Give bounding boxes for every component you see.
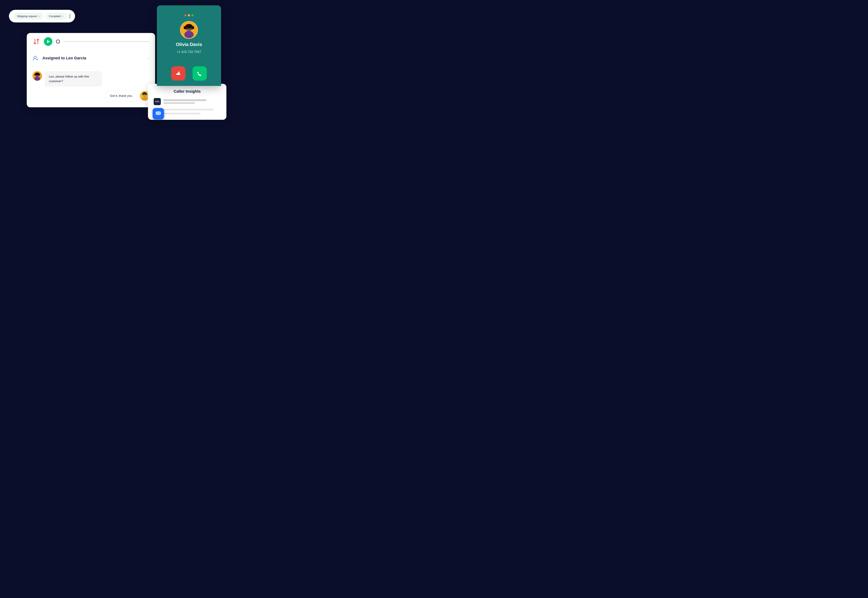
phone-call-card: Olivia Davis +1 415-732-7547 bbox=[157, 5, 221, 86]
sort-icon[interactable] bbox=[33, 37, 40, 45]
audio-row bbox=[27, 33, 155, 50]
tag-label: Shipping request bbox=[17, 15, 37, 18]
dot-yellow bbox=[188, 14, 190, 16]
message-from-man: Got it, thank you. bbox=[33, 90, 150, 102]
decline-call-button[interactable] bbox=[171, 66, 186, 81]
avatar-woman bbox=[33, 71, 42, 81]
dot-green bbox=[192, 14, 194, 16]
message-from-woman: Leo, please follow up with this customer… bbox=[33, 71, 150, 87]
svg-point-14 bbox=[142, 94, 144, 95]
tags-container: Shipping request × Complaint × bbox=[9, 10, 75, 22]
complaint-tag[interactable]: Complaint × bbox=[46, 13, 67, 19]
conversation-card: Assigned to Leo Garcia › bbox=[27, 33, 155, 107]
svg-rect-28 bbox=[158, 111, 159, 115]
insight-bar-medium bbox=[163, 102, 195, 104]
caller-name: Olivia Davis bbox=[176, 42, 202, 47]
message-text-2: Got it, thank you. bbox=[110, 94, 133, 97]
cursor-divider bbox=[70, 14, 70, 19]
audio-progress-bar[interactable] bbox=[63, 41, 150, 42]
chat-section: Leo, please follow up with this customer… bbox=[27, 66, 155, 107]
caller-phone: +1 415-732-7547 bbox=[177, 50, 201, 54]
insights-title: Caller Insights bbox=[154, 89, 221, 94]
chevron-right-icon: › bbox=[148, 56, 150, 60]
svg-point-18 bbox=[184, 31, 194, 38]
insight-row-1: CTG bbox=[154, 98, 221, 105]
ctg-label: CTG bbox=[155, 100, 159, 103]
svg-point-12 bbox=[142, 97, 147, 101]
insight-bar-long bbox=[163, 99, 207, 101]
play-button[interactable] bbox=[44, 37, 52, 46]
assignment-left: Assigned to Leo Garcia bbox=[33, 55, 86, 61]
intercom-icon bbox=[155, 111, 162, 117]
chat-bubble-right: Got it, thank you. bbox=[106, 90, 137, 102]
insight-bars-1 bbox=[163, 99, 221, 104]
caller-avatar bbox=[180, 21, 198, 39]
close-complaint-tag[interactable]: × bbox=[62, 15, 64, 18]
chat-bubble-left: Leo, please follow up with this customer… bbox=[45, 71, 102, 87]
svg-rect-26 bbox=[156, 112, 157, 115]
svg-rect-27 bbox=[157, 111, 157, 115]
assign-person-icon bbox=[33, 55, 39, 61]
sort-arrows-svg bbox=[33, 37, 40, 45]
ctg-logo: CTG bbox=[154, 98, 161, 105]
close-shipping-tag[interactable]: × bbox=[39, 15, 40, 18]
call-buttons bbox=[157, 61, 221, 86]
dot-red bbox=[184, 14, 187, 16]
decline-call-icon bbox=[175, 70, 182, 77]
record-icon bbox=[56, 40, 60, 43]
phone-card-header: Olivia Davis +1 415-732-7547 bbox=[157, 5, 221, 61]
accept-call-icon bbox=[196, 70, 203, 77]
tag-label: Complaint bbox=[49, 15, 61, 18]
svg-rect-29 bbox=[159, 111, 160, 115]
svg-point-15 bbox=[146, 94, 147, 95]
intercom-badge[interactable] bbox=[153, 108, 164, 120]
svg-point-3 bbox=[34, 76, 40, 81]
shipping-request-tag[interactable]: Shipping request × bbox=[14, 13, 43, 19]
assignment-row[interactable]: Assigned to Leo Garcia › bbox=[27, 50, 155, 66]
message-text-1: Leo, please follow up with this customer… bbox=[49, 75, 89, 83]
assignment-text: Assigned to Leo Garcia bbox=[42, 56, 86, 60]
window-dots bbox=[184, 14, 194, 16]
accept-call-button[interactable] bbox=[193, 66, 207, 81]
svg-rect-30 bbox=[160, 112, 161, 115]
